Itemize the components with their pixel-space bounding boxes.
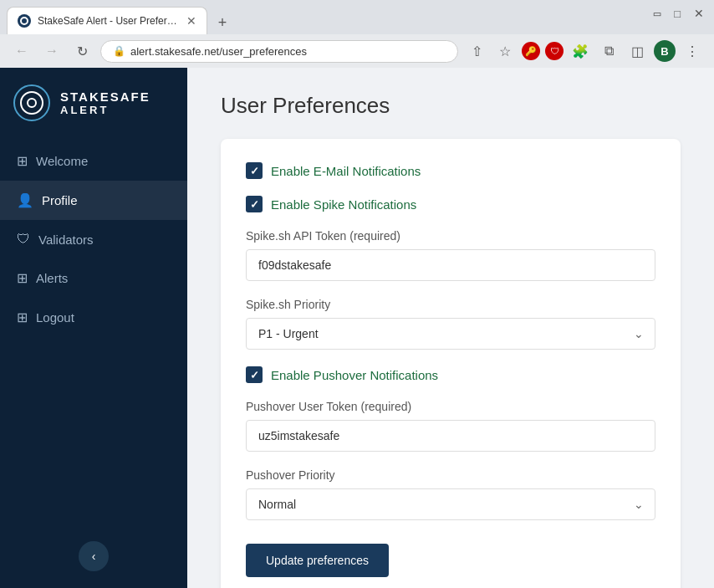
logo-circle-outer [20,91,43,115]
spike-notifications-row: ✓ Enable Spike Notifications [246,196,655,212]
logo-subtitle: ALERT [60,104,150,116]
pushover-notifications-label: Enable Pushover Notifications [271,368,438,382]
validators-icon: 🛡 [17,232,30,247]
spike-api-token-label: Spike.sh API Token (required) [246,229,655,243]
pushover-user-token-input[interactable] [246,420,655,452]
checkbox-check-spike: ✓ [250,198,259,211]
grid-icon: ⊞ [17,153,28,169]
pushover-user-token-label: Pushover User Token (required) [246,400,655,413]
spike-priority-group: Spike.sh Priority P1 - Urgent P2 - High … [246,298,655,350]
new-tab-button[interactable]: + [211,11,234,34]
spike-priority-select-wrapper: P1 - Urgent P2 - High P3 - Normal P4 - L… [246,318,655,350]
maximize-button[interactable]: □ [674,8,681,20]
logo-icon [13,84,50,121]
sidebar-item-logout[interactable]: ⊞ Logout [0,298,187,337]
logo-name: STAKESAFE [60,89,150,104]
email-notifications-row: ✓ Enable E-Mail Notifications [246,162,655,179]
page-title: User Preferences [221,93,681,119]
minimize-button[interactable]: ▭ [654,7,660,20]
main-content: User Preferences ✓ Enable E-Mail Notific… [187,68,714,588]
close-button[interactable]: ✕ [694,7,704,20]
extensions-button[interactable]: 🧩 [569,39,592,63]
address-bar[interactable]: 🔒 alert.stakesafe.net/user_preferences [100,40,458,63]
sidebar-collapse-button[interactable]: ‹ [79,541,109,571]
profile-avatar-button[interactable]: B [654,40,676,62]
sidebar-item-alerts-label: Alerts [36,271,68,285]
logo-text: STAKESAFE ALERT [60,89,150,116]
email-notifications-label: Enable E-Mail Notifications [271,164,421,178]
extension-shield-button[interactable]: 🛡 [545,42,564,60]
share-button[interactable]: ⇧ [465,39,488,63]
extension-key-button[interactable]: 🔑 [522,42,540,60]
tab-title: StakeSafe Alert - User Preferenc... [38,15,180,27]
update-preferences-button[interactable]: Update preferences [246,544,389,577]
sidebar-item-welcome-label: Welcome [36,154,88,168]
lock-icon: 🔒 [113,45,125,57]
pushover-priority-select-wrapper: Normal Low High Emergency ⌄ [246,488,655,520]
checkbox-check-pushover: ✓ [250,369,259,381]
preferences-card: ✓ Enable E-Mail Notifications ✓ Enable S… [221,139,681,588]
pushover-notifications-checkbox[interactable]: ✓ [246,366,263,383]
sidebar-item-profile-label: Profile [42,193,78,207]
checkbox-check-email: ✓ [250,165,259,177]
forward-button[interactable]: → [40,39,64,63]
address-text: alert.stakesafe.net/user_preferences [130,45,307,58]
alerts-icon: ⊞ [17,270,28,286]
sidebar-item-logout-label: Logout [36,310,74,325]
sidebar: STAKESAFE ALERT ⊞ Welcome 👤 Profile 🛡 Va… [0,68,187,588]
back-button[interactable]: ← [10,39,33,63]
tab-favicon [18,14,31,28]
spike-priority-label: Spike.sh Priority [246,298,655,311]
pushover-priority-group: Pushover Priority Normal Low High Emerge… [246,468,655,520]
tab-close-button[interactable]: ✕ [186,14,196,28]
bookmark-button[interactable]: ☆ [493,39,517,63]
menu-button[interactable]: ⋮ [681,39,704,63]
spike-notifications-label: Enable Spike Notifications [271,197,416,212]
spike-api-token-input[interactable] [246,249,655,281]
split-view-button[interactable]: ⧉ [597,39,620,63]
sidebar-item-welcome[interactable]: ⊞ Welcome [0,141,187,181]
email-notifications-checkbox[interactable]: ✓ [246,162,263,179]
sidebar-item-profile[interactable]: 👤 Profile [0,181,187,220]
reload-button[interactable]: ↻ [70,39,94,63]
sidebar-toggle-button[interactable]: ◫ [625,39,649,63]
pushover-user-token-group: Pushover User Token (required) [246,400,655,452]
spike-notifications-checkbox[interactable]: ✓ [246,196,263,212]
pushover-priority-label: Pushover Priority [246,468,655,482]
sidebar-item-validators-label: Validators [38,233,94,247]
sidebar-item-validators[interactable]: 🛡 Validators [0,220,187,258]
spike-priority-select[interactable]: P1 - Urgent P2 - High P3 - Normal P4 - L… [246,318,655,350]
sidebar-item-alerts[interactable]: ⊞ Alerts [0,258,187,298]
pushover-priority-select[interactable]: Normal Low High Emergency [246,488,655,520]
spike-api-token-group: Spike.sh API Token (required) [246,229,655,281]
profile-icon: 👤 [17,192,33,208]
active-tab[interactable]: StakeSafe Alert - User Preferenc... ✕ [7,7,207,34]
logo-circle-inner [27,98,37,108]
sidebar-logo: STAKESAFE ALERT [0,68,187,141]
pushover-notifications-row: ✓ Enable Pushover Notifications [246,366,655,383]
logout-icon: ⊞ [17,309,28,325]
